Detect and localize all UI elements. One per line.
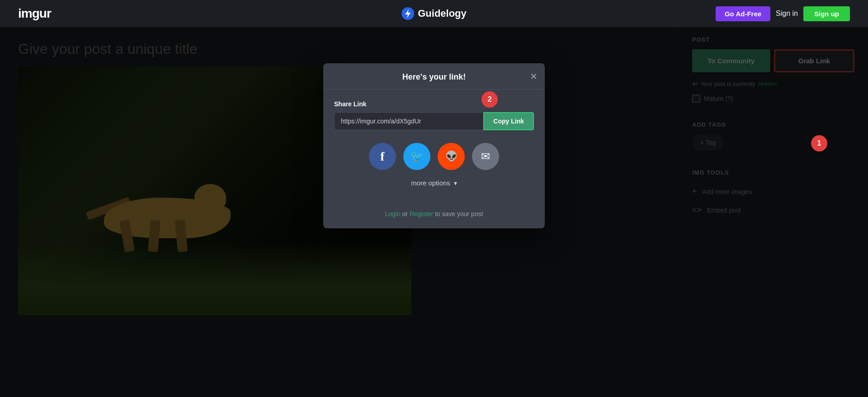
- logo-text: imgur: [18, 6, 51, 21]
- share-link-input[interactable]: [334, 112, 483, 130]
- annotation-badge-2: 2: [481, 91, 498, 108]
- twitter-icon: 🐦: [410, 150, 424, 163]
- modal-body: 2 Share Link Copy Link f 🐦 👽: [323, 90, 545, 210]
- sign-in-button[interactable]: Sign in: [776, 9, 798, 18]
- footer-or-text: or: [402, 210, 408, 217]
- reddit-share-button[interactable]: 👽: [438, 143, 465, 170]
- share-modal: Here's your link! ✕ 2 Share Link Copy Li…: [323, 63, 545, 228]
- more-options-row[interactable]: more options ▾: [334, 179, 534, 187]
- sign-up-button[interactable]: Sign up: [803, 6, 850, 21]
- modal-overlay: Here's your link! ✕ 2 Share Link Copy Li…: [0, 27, 868, 397]
- email-icon: ✉: [481, 150, 490, 163]
- login-link[interactable]: Login: [385, 210, 400, 217]
- modal-close-button[interactable]: ✕: [530, 72, 538, 81]
- guidelogy-title: Guidelogy: [418, 8, 467, 19]
- guidelogy-icon: [401, 7, 414, 20]
- modal-title: Here's your link!: [402, 72, 466, 82]
- share-link-label: Share Link: [334, 100, 534, 108]
- twitter-share-button[interactable]: 🐦: [403, 143, 430, 170]
- more-options-text: more options: [411, 179, 450, 187]
- header: imgur Guidelogy Go Ad-Free Sign in Sign …: [0, 0, 868, 27]
- go-ad-free-button[interactable]: Go Ad-Free: [716, 6, 770, 21]
- header-actions: Go Ad-Free Sign in Sign up: [716, 6, 850, 21]
- chevron-down-icon: ▾: [454, 180, 457, 187]
- copy-link-button[interactable]: Copy Link: [483, 112, 534, 130]
- facebook-icon: f: [380, 149, 384, 164]
- modal-footer: Login or Register to save your post: [323, 210, 545, 228]
- register-link[interactable]: Register: [410, 210, 433, 217]
- main-layout: POST To Community Grab Link 1 ↩ Your pos…: [0, 27, 868, 397]
- annotation-badge-1: 1: [811, 135, 827, 151]
- social-icons-row: f 🐦 👽 ✉: [334, 143, 534, 170]
- header-center: Guidelogy: [401, 7, 467, 20]
- modal-header: Here's your link! ✕: [323, 63, 545, 90]
- email-share-button[interactable]: ✉: [472, 143, 499, 170]
- share-link-row: Copy Link: [334, 112, 534, 130]
- logo: imgur: [18, 6, 51, 21]
- facebook-share-button[interactable]: f: [369, 143, 396, 170]
- footer-save-text: to save your post: [435, 210, 483, 217]
- reddit-icon: 👽: [445, 151, 458, 162]
